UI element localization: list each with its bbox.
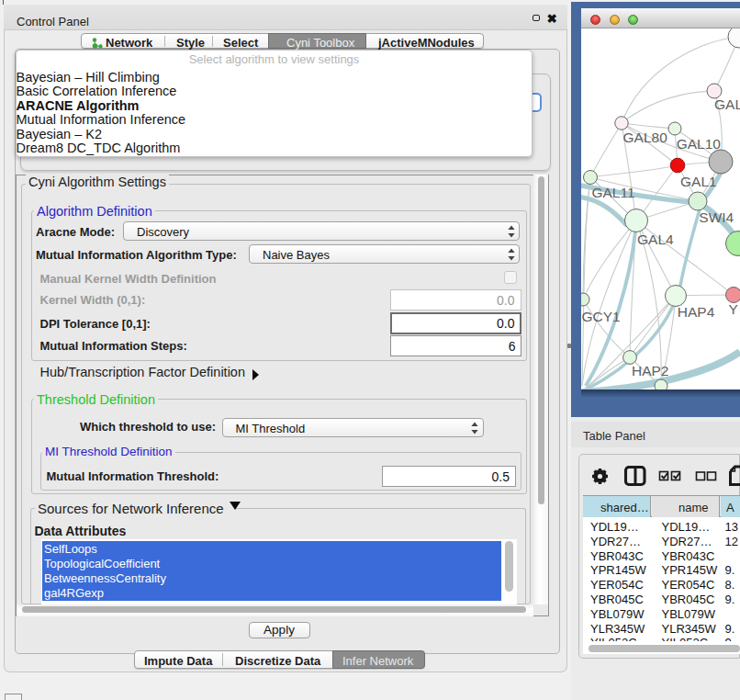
svg-text:GAL80: GAL80	[623, 130, 668, 145]
svg-text:GAL11: GAL11	[591, 185, 634, 200]
svg-text:GAL1: GAL1	[680, 174, 717, 189]
svg-text:SWI4: SWI4	[699, 209, 734, 225]
svg-text:HAP4: HAP4	[678, 304, 715, 320]
svg-text:HAP2: HAP2	[632, 363, 669, 378]
svg-text:GCY1: GCY1	[582, 309, 621, 324]
svg-text:GAL7: GAL7	[714, 96, 740, 112]
svg-text:GAL4: GAL4	[637, 231, 674, 247]
svg-text:GAL10: GAL10	[677, 136, 722, 152]
svg-text:Y: Y	[729, 301, 738, 317]
